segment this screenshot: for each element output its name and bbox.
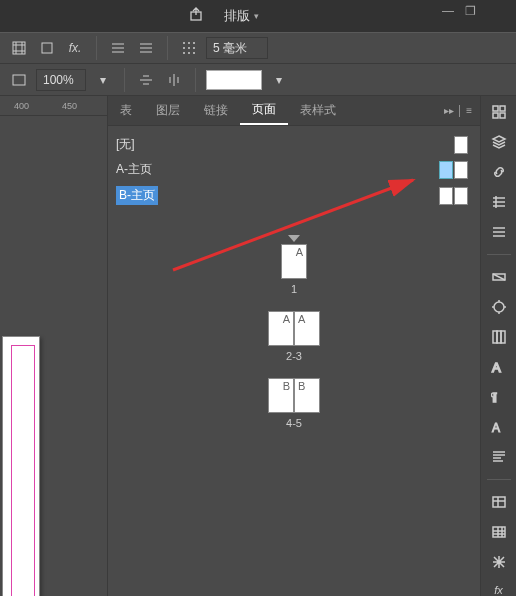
- svg-rect-21: [501, 331, 505, 343]
- gradient-icon[interactable]: [488, 269, 510, 285]
- layers-icon[interactable]: [488, 134, 510, 150]
- horizontal-ruler: 400 450: [0, 96, 107, 116]
- svg-point-7: [188, 47, 190, 49]
- svg-rect-1: [13, 42, 25, 54]
- align-lines-icon[interactable]: [107, 37, 129, 59]
- page-number-label: 4-5: [286, 417, 302, 429]
- swatches-icon[interactable]: [488, 329, 510, 345]
- svg-point-10: [188, 52, 190, 54]
- stroke-panel-icon[interactable]: [488, 224, 510, 240]
- window-minimize-icon[interactable]: —: [438, 2, 458, 20]
- share-icon[interactable]: [188, 6, 204, 26]
- svg-rect-12: [13, 75, 25, 85]
- page-thumb[interactable]: A: [268, 311, 294, 346]
- page-number-label: 1: [291, 283, 297, 295]
- master-pages-list: [无] A-主页 B-主页: [108, 126, 480, 215]
- svg-rect-26: [493, 527, 505, 537]
- page-item[interactable]: B B 4-5: [268, 378, 320, 429]
- svg-point-18: [494, 302, 504, 312]
- paragraph-icon[interactable]: ¶: [488, 389, 510, 405]
- indent-value-input[interactable]: [206, 37, 268, 59]
- master-item-none[interactable]: [无]: [108, 132, 480, 157]
- cell-styles-icon[interactable]: [488, 524, 510, 540]
- svg-rect-14: [500, 106, 505, 111]
- layout-dropdown[interactable]: 排版 ▾: [224, 7, 259, 25]
- zoom-dropdown-icon[interactable]: ▾: [92, 69, 114, 91]
- fill-color-swatch[interactable]: [206, 70, 262, 90]
- tab-table-styles[interactable]: 表样式: [288, 96, 348, 125]
- master-label: B-主页: [116, 186, 158, 205]
- layout-dropdown-label: 排版: [224, 7, 250, 25]
- grid-snap-icon[interactable]: [178, 37, 200, 59]
- tab-table[interactable]: 表: [108, 96, 144, 125]
- align-center-h-icon[interactable]: [135, 69, 157, 91]
- master-label: [无]: [116, 136, 135, 153]
- page-item[interactable]: A 1: [281, 235, 307, 295]
- document-margin: [11, 345, 35, 596]
- zoom-input[interactable]: [36, 69, 86, 91]
- svg-rect-2: [42, 43, 52, 53]
- svg-point-4: [188, 42, 190, 44]
- toolbar-row-2: ▾ ▾: [0, 64, 516, 96]
- svg-rect-25: [493, 497, 505, 507]
- document-pages-list: A 1 A A 2-3 B B 4-5: [108, 215, 480, 449]
- panel-collapse-icon[interactable]: ▸▸ │ ≡: [444, 105, 472, 116]
- page-thumb[interactable]: A: [281, 244, 307, 279]
- object-styles-icon[interactable]: [488, 554, 510, 570]
- tab-pages[interactable]: 页面: [240, 96, 288, 125]
- pages-panel: 表 图层 链接 页面 表样式 ▸▸ │ ≡ [无] A-主页: [107, 96, 480, 596]
- svg-point-11: [193, 52, 195, 54]
- frame-tool-icon[interactable]: [8, 37, 30, 59]
- toolbar-row-1: fx.: [0, 32, 516, 64]
- svg-point-6: [183, 47, 185, 49]
- panel-tabs: 表 图层 链接 页面 表样式 ▸▸ │ ≡: [108, 96, 480, 126]
- svg-point-8: [193, 47, 195, 49]
- color-dropdown-icon[interactable]: ▾: [268, 69, 290, 91]
- ruler-tick: 450: [62, 101, 77, 111]
- svg-point-5: [193, 42, 195, 44]
- master-item-a[interactable]: A-主页: [108, 157, 480, 182]
- tab-layers[interactable]: 图层: [144, 96, 192, 125]
- svg-point-3: [183, 42, 185, 44]
- master-thumb-a: [439, 161, 468, 179]
- align-panel-icon[interactable]: [488, 194, 510, 210]
- fx-panel-icon[interactable]: fx: [488, 584, 510, 596]
- links-icon[interactable]: [488, 164, 510, 180]
- paragraph-styles-icon[interactable]: [488, 449, 510, 465]
- svg-text:A: A: [492, 421, 500, 435]
- document-page[interactable]: [2, 336, 40, 596]
- align-lines-alt-icon[interactable]: [135, 37, 157, 59]
- svg-text:¶: ¶: [491, 391, 497, 403]
- top-menubar: 排版 ▾ — ❐: [0, 0, 516, 32]
- chevron-down-icon: ▾: [254, 11, 259, 21]
- ruler-tick: 400: [14, 101, 29, 111]
- separator: [487, 479, 511, 480]
- master-item-b[interactable]: B-主页: [108, 182, 480, 209]
- table-panel-icon[interactable]: [488, 494, 510, 510]
- page-thumb[interactable]: B: [294, 378, 320, 413]
- character-icon[interactable]: A: [488, 359, 510, 375]
- svg-rect-13: [493, 106, 498, 111]
- align-center-v-icon[interactable]: [163, 69, 185, 91]
- svg-rect-16: [500, 113, 505, 118]
- separator: [487, 254, 511, 255]
- page-number-label: 2-3: [286, 350, 302, 362]
- effects-icon[interactable]: [488, 299, 510, 315]
- svg-text:A: A: [492, 360, 501, 375]
- rect-outline-icon[interactable]: [8, 69, 30, 91]
- canvas-area: 400 450: [0, 96, 107, 596]
- page-thumb[interactable]: B: [268, 378, 294, 413]
- fx-label[interactable]: fx.: [64, 37, 86, 59]
- cc-libraries-icon[interactable]: [488, 104, 510, 120]
- master-thumb-b: [439, 187, 468, 205]
- character-styles-icon[interactable]: A: [488, 419, 510, 435]
- master-thumb-none: [454, 136, 468, 154]
- tab-links[interactable]: 链接: [192, 96, 240, 125]
- right-icon-bar: A ¶ A fx: [480, 96, 516, 596]
- section-marker-icon: [288, 235, 300, 242]
- page-thumb[interactable]: A: [294, 311, 320, 346]
- window-restore-icon[interactable]: ❐: [460, 2, 480, 20]
- svg-point-9: [183, 52, 185, 54]
- page-item[interactable]: A A 2-3: [268, 311, 320, 362]
- crop-tool-icon[interactable]: [36, 37, 58, 59]
